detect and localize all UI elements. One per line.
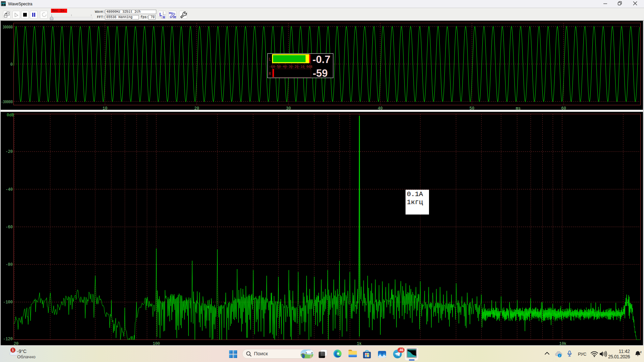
svg-text:-0.7: -0.7 <box>313 54 330 65</box>
svg-text:dB: dB <box>173 15 176 18</box>
svg-text:-60-50-40-30-20-10 0dB: -60-50-40-30-20-10 0dB <box>269 64 312 69</box>
svg-text:-120: -120 <box>3 337 13 342</box>
svg-text:L: L <box>269 57 271 62</box>
svg-text:Hz: Hz <box>169 11 173 15</box>
svg-text:-59: -59 <box>313 67 328 78</box>
svg-text:R: R <box>269 72 271 76</box>
svg-text:-40: -40 <box>5 187 13 192</box>
svg-text:-30000: -30000 <box>1 100 13 105</box>
svg-text:-100: -100 <box>3 300 13 305</box>
svg-text:-20: -20 <box>5 149 13 154</box>
svg-text:L: L <box>159 12 162 17</box>
svg-text:30000: 30000 <box>3 25 13 30</box>
svg-text:-80: -80 <box>5 262 13 267</box>
svg-text:0dB: 0dB <box>7 113 14 118</box>
svg-text:R: R <box>163 15 166 19</box>
svg-text:-60: -60 <box>5 225 13 230</box>
svg-text:z: z <box>640 351 642 354</box>
svg-text:0: 0 <box>10 62 13 67</box>
